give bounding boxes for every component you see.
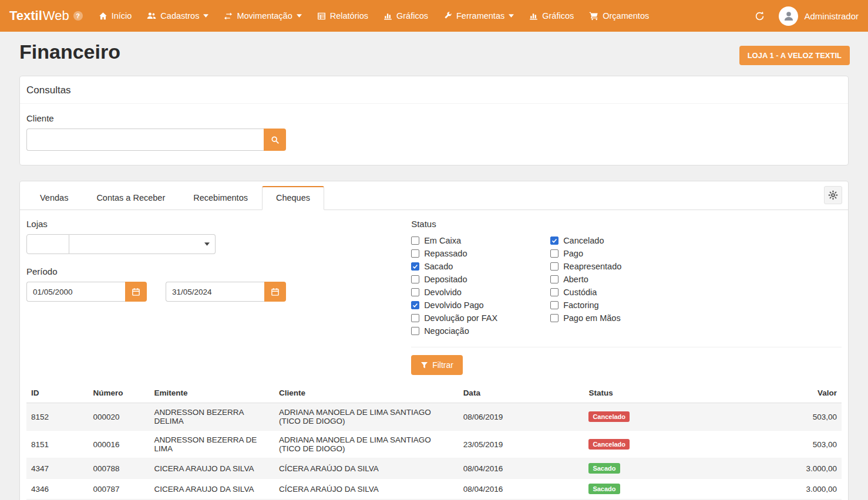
- status-checkbox-sacado[interactable]: Sacado: [411, 260, 550, 273]
- status-checkbox-depositado[interactable]: Depositado: [411, 273, 550, 286]
- home-icon: [99, 12, 107, 21]
- refresh-button[interactable]: [746, 0, 773, 32]
- brand-logo[interactable]: Textil Web ?: [9, 8, 83, 23]
- status-badge: Sacado: [588, 484, 620, 494]
- nav-item-relatorios[interactable]: Relatórios: [309, 0, 376, 32]
- status-checkbox-label: Negociação: [424, 326, 469, 336]
- status-checkbox-devolucao-por-fax[interactable]: Devolução por FAX: [411, 312, 550, 325]
- cheques-table: IDNúmeroEmitenteClienteDataStatusValor 8…: [26, 383, 842, 500]
- settings-button[interactable]: [824, 186, 842, 204]
- nav-item-ferramentas[interactable]: Ferramentas: [436, 0, 522, 32]
- table-row[interactable]: 8152000020ANDRESSON BEZERRA DELIMAADRIAN…: [26, 403, 842, 431]
- nav-item-orcamentos[interactable]: Orçamentos: [581, 0, 657, 32]
- table-row[interactable]: 4347000788CICERA ARAUJO DA SILVACÍCERA A…: [26, 458, 842, 479]
- status-checkbox-cancelado[interactable]: Cancelado: [550, 234, 621, 247]
- status-badge: Cancelado: [588, 439, 630, 450]
- date-to-calendar-button[interactable]: [264, 282, 286, 302]
- table-row[interactable]: 4346000787CICERA ARAUJO DA SILVACÍCERA A…: [26, 479, 842, 499]
- status-checkbox-reapresentado[interactable]: Reapresentado: [550, 260, 621, 273]
- checkbox-unchecked-icon: [411, 327, 419, 335]
- checkbox-unchecked-icon: [411, 237, 419, 245]
- checkbox-checked-icon: [550, 237, 559, 245]
- nav-item-label: Movimentação: [237, 11, 292, 21]
- status-column-1: Em CaixaRepassadoSacadoDepositadoDevolvi…: [411, 234, 550, 337]
- date-from-calendar-button[interactable]: [125, 282, 147, 302]
- checkbox-unchecked-icon: [550, 262, 559, 271]
- checkbox-unchecked-icon: [411, 314, 419, 322]
- status-checkbox-factoring[interactable]: Factoring: [550, 299, 621, 312]
- status-checkbox-label: Custódia: [563, 288, 597, 297]
- help-icon[interactable]: ?: [73, 11, 83, 21]
- navbar-menu: InícioCadastrosMovimentaçãoRelatóriosGrá…: [91, 0, 657, 32]
- report-icon: [317, 12, 326, 21]
- status-checkbox-label: Factoring: [563, 300, 598, 310]
- cliente-search-input[interactable]: [26, 129, 264, 151]
- filtrar-button-label: Filtrar: [432, 360, 453, 370]
- status-checkbox-em-caixa[interactable]: Em Caixa: [411, 234, 550, 247]
- chevron-down-icon: [204, 242, 210, 246]
- status-checkbox-label: Devolvido Pago: [424, 300, 484, 310]
- tab-contas-a-receber[interactable]: Contas a Receber: [82, 186, 179, 210]
- status-checkbox-repassado[interactable]: Repassado: [411, 247, 550, 260]
- status-checkbox-aberto[interactable]: Aberto: [550, 273, 621, 286]
- table-header-row: IDNúmeroEmitenteClienteDataStatusValor: [26, 383, 842, 403]
- status-checkbox-pago[interactable]: Pago: [550, 247, 621, 260]
- nav-item-label: Gráficos: [396, 11, 428, 21]
- tab-recebimentos[interactable]: Recebimentos: [179, 186, 262, 210]
- main-panel: VendasContas a ReceberRecebimentosCheque…: [19, 181, 849, 500]
- cell-cliente: ADRIANA MANOELA DE LIMA SANTIAGO (TICO D…: [274, 431, 459, 458]
- date-to-input[interactable]: [166, 282, 264, 302]
- user-menu[interactable]: Administrador: [773, 6, 859, 26]
- checkbox-unchecked-icon: [411, 275, 419, 283]
- nav-item-label: Gráficos: [542, 11, 574, 21]
- status-checkbox-label: Devolução por FAX: [424, 313, 497, 323]
- cell-status: Sacado: [584, 479, 745, 499]
- status-checkbox-devolvido-pago[interactable]: Devolvido Pago: [411, 299, 550, 312]
- loja-select[interactable]: [69, 234, 216, 254]
- calendar-icon: [271, 288, 280, 296]
- store-button[interactable]: LOJA 1 - A VELOZ TEXTIL: [739, 46, 850, 65]
- caret-down-icon: [509, 14, 514, 18]
- tab-cheques[interactable]: Cheques: [262, 186, 324, 210]
- filtrar-button[interactable]: Filtrar: [411, 355, 463, 375]
- date-from-input[interactable]: [26, 282, 125, 302]
- cell-valor: 3.000,00: [745, 479, 842, 499]
- column-header-emitente: Emitente: [150, 383, 274, 403]
- search-button[interactable]: [264, 129, 286, 151]
- filter-icon: [420, 362, 428, 369]
- nav-item-label: Cadastros: [160, 11, 199, 21]
- brand-name-primary: Textil: [9, 8, 42, 23]
- loja-code-input[interactable]: [26, 234, 69, 254]
- column-header-data: Data: [459, 383, 584, 403]
- status-checkbox-negociacao[interactable]: Negociação: [411, 325, 550, 337]
- consultas-panel: Consultas Cliente: [19, 76, 849, 165]
- cell-cliente: ADRIANA MANOELA DE LIMA SANTIAGO (TICO D…: [274, 403, 459, 431]
- checkbox-unchecked-icon: [550, 288, 559, 296]
- status-checkbox-label: Cancelado: [563, 236, 604, 245]
- checkbox-unchecked-icon: [411, 288, 419, 296]
- column-header-cliente: Cliente: [274, 383, 459, 403]
- cell-numero: 000788: [88, 458, 149, 479]
- caret-down-icon: [297, 14, 302, 18]
- checkbox-unchecked-icon: [411, 249, 419, 258]
- username-label: Administrador: [804, 11, 859, 21]
- nav-item-graficos[interactable]: Gráficos: [376, 0, 436, 32]
- nav-item-graficos[interactable]: Gráficos: [522, 0, 581, 32]
- cell-id: 8152: [26, 403, 88, 431]
- status-checkbox-pago-em-maos[interactable]: Pago em Mãos: [550, 312, 621, 325]
- status-checkbox-label: Sacado: [424, 262, 453, 271]
- nav-item-cadastros[interactable]: Cadastros: [139, 0, 216, 32]
- cell-valor: 3.000,00: [745, 458, 842, 479]
- nav-item-movimentacao[interactable]: Movimentação: [216, 0, 309, 32]
- status-checkbox-custodia[interactable]: Custódia: [550, 286, 621, 299]
- nav-item-inicio[interactable]: Início: [91, 0, 140, 32]
- nav-item-label: Orçamentos: [603, 11, 649, 21]
- status-checkbox-label: Depositado: [424, 275, 467, 284]
- table-row[interactable]: 8151000016ANDRESSON BEZERRA DE LIMAADRIA…: [26, 431, 842, 458]
- tools-icon: [443, 12, 452, 21]
- tab-vendas[interactable]: Vendas: [26, 186, 82, 210]
- cell-status: Sacado: [584, 458, 745, 479]
- status-checkbox-devolvido[interactable]: Devolvido: [411, 286, 550, 299]
- cell-emitente: CICERA ARAUJO DA SILVA: [150, 479, 274, 499]
- checkbox-checked-icon: [411, 262, 419, 271]
